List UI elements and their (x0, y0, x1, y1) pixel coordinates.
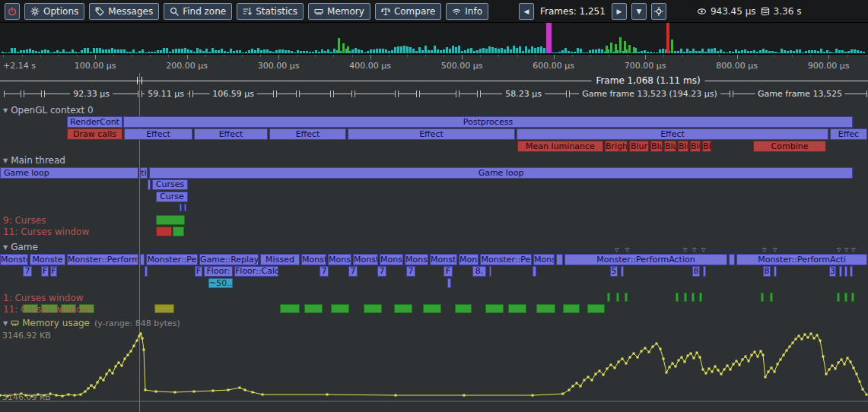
zone-blur[interactable]: Blur (678, 141, 688, 152)
zone-monst[interactable]: Monst (380, 254, 403, 265)
collapse-icon[interactable]: ▼ (3, 244, 8, 251)
zone-monster-performaction[interactable]: Monster::PerformAction (564, 254, 727, 265)
focus-frame-button[interactable] (651, 3, 666, 20)
zone-brigh[interactable]: Brigh (605, 141, 628, 152)
zone-mons[interactable]: Mons (533, 254, 555, 265)
zone-f[interactable]: F (41, 266, 49, 277)
zone-f[interactable]: F (444, 266, 453, 277)
zone-unlabeled[interactable] (850, 266, 853, 277)
zone-unlabeled[interactable] (556, 254, 563, 265)
zone-floor[interactable]: Floor: (204, 266, 233, 277)
zone-monster-performa[interactable]: Monster::PerformA (67, 254, 138, 265)
zone-unlabeled[interactable] (774, 266, 777, 277)
zone-curse[interactable]: Curse (156, 192, 188, 202)
zone-3[interactable]: 3 (829, 266, 836, 277)
zone-5[interactable]: 5 (610, 266, 618, 277)
track-header-game[interactable]: ▼Game (3, 242, 38, 252)
time-ruler[interactable]: +2.14 s100.00 µs200.00 µs300.00 µs400.00… (0, 55, 868, 73)
zone-monster-performacti[interactable]: Monster::PerformActi (736, 254, 867, 265)
zone-blur[interactable]: Blur (664, 141, 676, 152)
plot-label-11-curses-window[interactable]: 11: Curses window (3, 304, 89, 315)
plot-label-9-curses[interactable]: 9: Curses (3, 215, 46, 226)
zone-effect[interactable]: Effect (517, 128, 828, 140)
frame-overview-strip[interactable] (0, 23, 868, 55)
track-header-main-thread[interactable]: ▼Main thread (3, 155, 65, 166)
collapse-icon[interactable]: ▼ (3, 157, 8, 164)
zone-blur[interactable]: Blur (629, 141, 649, 152)
zone-rendercont[interactable]: RenderCont (67, 116, 122, 128)
subframe-segment[interactable]: 58.23 µs (480, 88, 567, 100)
zone-f[interactable]: F (195, 266, 202, 277)
zone-game-loop[interactable]: Game loop (0, 167, 138, 179)
zone-effec[interactable]: Effec (830, 128, 867, 140)
zone-unlabeled[interactable] (844, 266, 847, 277)
subframe-segment[interactable] (24, 88, 42, 100)
subframe-segment[interactable] (276, 88, 297, 100)
subframe-segment[interactable] (459, 88, 478, 100)
power-button[interactable] (5, 3, 20, 20)
track-header-opengl-context-0[interactable]: ▼OpenGL context 0 (3, 105, 94, 116)
zone-7[interactable]: 7 (23, 266, 32, 277)
memory-button[interactable]: Memory (308, 3, 370, 20)
plot-label-11-curses-window[interactable]: 11: Curses window (3, 227, 89, 237)
zone-blur[interactable]: Blur (690, 141, 701, 152)
memory-usage-graph[interactable] (0, 330, 868, 410)
zone-monste[interactable]: Monste (430, 254, 457, 265)
zone-7[interactable]: 7 (348, 266, 358, 277)
zone-unlabeled[interactable] (703, 266, 706, 277)
zone-unlabeled[interactable] (533, 266, 536, 277)
zone-game-loop[interactable]: Game loop (149, 167, 853, 179)
zone-unlabeled[interactable] (145, 266, 148, 277)
zone-8[interactable]: 8 (763, 266, 771, 277)
messages-button[interactable]: Messages (89, 3, 159, 20)
zone-unlabeled[interactable] (148, 179, 151, 190)
options-button[interactable]: Options (24, 3, 84, 20)
subframe-segment[interactable]: 92.33 µs (44, 88, 138, 100)
zone-draw-calls[interactable]: Draw calls (67, 128, 122, 140)
zone-blur[interactable]: Blur (650, 141, 663, 152)
zone-f[interactable]: F (50, 266, 57, 277)
zone-unlabeled[interactable] (489, 266, 491, 277)
zone-mons[interactable]: Mons (459, 254, 479, 265)
zone-unlabeled[interactable] (180, 204, 182, 211)
zone-floor-calc[interactable]: Floor::Calc (234, 266, 278, 277)
zone-monster-pe[interactable]: Monster::Pe (146, 254, 198, 265)
zone-curses[interactable]: Curses (152, 179, 188, 190)
frames-prev-button[interactable]: ◀ (519, 3, 534, 20)
zone-7[interactable]: 7 (406, 266, 415, 277)
zone-mean-luminance[interactable]: Mean luminance (517, 141, 603, 152)
zone-monste[interactable]: Monste (0, 254, 28, 265)
zone-8[interactable]: 8 (692, 266, 700, 277)
subframe-segment[interactable] (355, 88, 396, 100)
zone-blur[interactable]: Blur (702, 141, 711, 152)
zone-unlabeled[interactable] (621, 266, 624, 277)
zone-unlabeled[interactable] (447, 278, 451, 288)
zone-monste[interactable]: Monste (30, 254, 65, 265)
zone-effect[interactable]: Effect (348, 128, 515, 140)
compare-button[interactable]: Compare (375, 3, 441, 20)
zone-ti[interactable]: ti (140, 167, 148, 179)
zone-monst[interactable]: Monst (301, 254, 326, 265)
zone-effect[interactable]: Effect (269, 128, 346, 140)
zone-effect[interactable]: Effect (124, 128, 192, 140)
find-zone-button[interactable]: Find zone (164, 3, 232, 20)
frames-next-button[interactable]: ▶ (612, 3, 627, 20)
subframe-segment[interactable]: 59.11 µs (141, 88, 190, 100)
plot-label-1-curses-window[interactable]: 1: Curses window (3, 293, 84, 303)
zone-postprocess[interactable]: Postprocess (123, 116, 853, 128)
subframe-segment[interactable]: Game frame 13,525 (733, 88, 867, 100)
timeline-view[interactable]: Frame 1,068 (1.11 ms)92.33 µs59.11 µs106… (0, 73, 868, 412)
zone-unlabeled[interactable] (140, 254, 145, 265)
zone-7[interactable]: 7 (320, 266, 329, 277)
zone-monst[interactable]: Monst (328, 254, 351, 265)
subframe-segment[interactable] (398, 88, 417, 100)
zone-game-replay[interactable]: Game::Replay (199, 254, 259, 265)
collapse-icon[interactable]: ▼ (3, 107, 8, 114)
zone-unlabeled[interactable] (729, 254, 735, 265)
collapse-icon[interactable]: ▼ (3, 320, 8, 327)
zone-missed[interactable]: Missed (260, 254, 300, 265)
zone-7[interactable]: 7 (377, 266, 386, 277)
zone-monster-pe[interactable]: Monster::Pe (480, 254, 532, 265)
zone-monst[interactable]: Monst (405, 254, 428, 265)
subframe-segment[interactable]: Game frame 13,523 (194.23 µs) (569, 88, 730, 100)
